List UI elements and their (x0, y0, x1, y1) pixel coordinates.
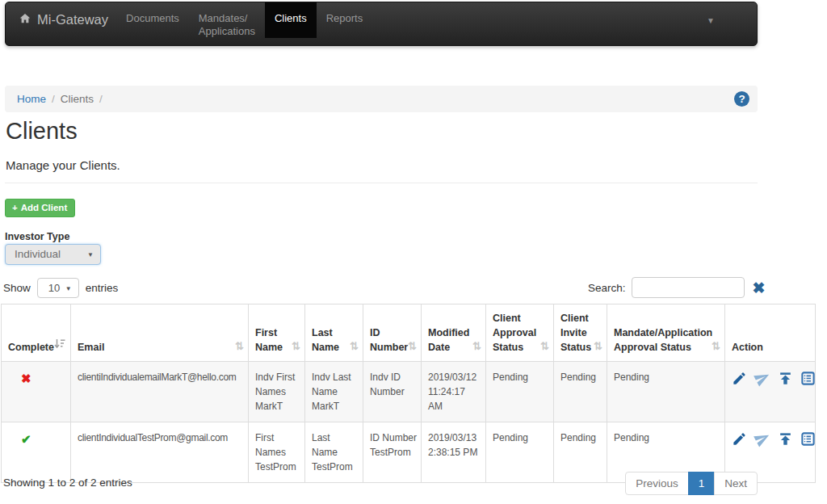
id-number-cell: ID Number TestProm (363, 422, 422, 483)
last-name-cell: Last Name TestProm (305, 422, 363, 483)
email-cell: clientiIndividualemailMarkT@hello.com (71, 362, 249, 422)
pagination-previous-button[interactable]: Previous (625, 472, 689, 495)
edit-pencil-icon[interactable] (732, 431, 747, 447)
entries-length-select[interactable]: 10 ▼ (37, 278, 79, 298)
chevron-down-icon: ▼ (87, 251, 94, 258)
modified-date-cell: 2019/03/12 11:24:17 AM (422, 362, 486, 422)
add-client-button[interactable]: +Add Client (5, 199, 75, 217)
user-menu-caret-icon[interactable]: ▼ (707, 16, 715, 25)
edit-pencil-icon[interactable] (732, 371, 747, 386)
client-invite-status-cell: Pending (554, 422, 607, 483)
nav-menu: Documents Mandates/ Applications Clients… (116, 2, 372, 38)
entries-label: entries (86, 282, 119, 294)
divider (5, 183, 758, 183)
search-label: Search: (588, 282, 626, 294)
entries-length-value: 10 (38, 282, 60, 294)
pagination: Previous 1 Next (626, 472, 758, 495)
column-header-last-name[interactable]: Last Name ⇅ (305, 304, 363, 362)
pagination-next-button[interactable]: Next (714, 472, 758, 495)
column-header-mandate-application-approval-status[interactable]: Mandate/Application Approval Status ⇅ (607, 304, 725, 362)
page-title: Clients (6, 118, 78, 145)
incomplete-x-icon: ✖ (21, 372, 31, 385)
sort-asc-icon (54, 338, 65, 353)
column-header-first-name[interactable]: First Name ⇅ (249, 304, 305, 362)
column-header-client-invite-status[interactable]: Client Invite Status ⇅ (554, 304, 607, 362)
column-header-complete[interactable]: Complete (2, 304, 71, 362)
add-client-label: Add Client (21, 203, 68, 212)
column-header-id-number[interactable]: ID Number ⇅ (363, 304, 422, 362)
details-list-icon[interactable] (800, 431, 816, 447)
showing-entries-info: Showing 1 to 2 of 2 entries (3, 477, 132, 489)
last-name-cell: Indv Last Name MarkT (305, 362, 363, 422)
client-approval-status-cell: Pending (486, 422, 554, 483)
investor-type-select[interactable]: Individual ▼ (5, 244, 101, 265)
entries-length-control: Show 10 ▼ entries (3, 278, 118, 298)
sort-icon: ⇅ (594, 339, 602, 355)
brand-label: Mi-Gateway (37, 12, 108, 27)
table-header-row: Complete Email ⇅ First Name ⇅ Last Name … (2, 304, 816, 362)
sort-icon: ⇅ (712, 339, 720, 355)
nav-item-mandates-applications[interactable]: Mandates/ Applications (189, 2, 265, 38)
breadcrumb-trailing-separator: / (99, 93, 103, 105)
clients-table: Complete Email ⇅ First Name ⇅ Last Name … (1, 304, 816, 483)
sort-icon: ⇅ (472, 339, 481, 355)
pagination-page-1-button[interactable]: 1 (688, 472, 716, 495)
action-cell (725, 362, 816, 422)
top-navbar: Mi-Gateway Documents Mandates/ Applicati… (5, 2, 758, 46)
search-control: Search: ✖ (588, 277, 765, 298)
search-input[interactable] (632, 277, 745, 298)
breadcrumb-separator: / (52, 93, 55, 105)
complete-check-icon: ✔ (21, 432, 31, 446)
breadcrumb-current: Clients (61, 93, 94, 105)
upload-icon[interactable] (778, 431, 793, 447)
column-header-client-approval-status[interactable]: Client Approval Status ⇅ (486, 304, 554, 362)
client-approval-status-cell: Pending (486, 362, 554, 422)
clear-search-icon[interactable]: ✖ (753, 280, 766, 296)
show-label: Show (3, 282, 31, 294)
modified-date-cell: 2019/03/13 2:38:15 PM (422, 422, 486, 483)
nav-item-documents[interactable]: Documents (116, 2, 189, 38)
help-icon[interactable]: ? (734, 91, 749, 107)
sort-icon: ⇅ (350, 339, 359, 355)
investor-type-value: Individual (6, 248, 61, 260)
mandate-approval-status-cell: Pending (607, 362, 725, 422)
upload-icon[interactable] (778, 371, 793, 386)
table-row: ✖ clientiIndividualemailMarkT@hello.com … (2, 362, 816, 422)
send-plane-icon[interactable] (754, 430, 770, 447)
breadcrumb: Home / Clients / ? (5, 86, 758, 112)
column-header-email[interactable]: Email ⇅ (71, 304, 249, 362)
first-name-cell: First Names TestProm (249, 422, 305, 483)
brand[interactable]: Mi-Gateway (6, 2, 116, 27)
sort-icon: ⇅ (540, 339, 549, 355)
plus-icon: + (12, 203, 18, 212)
client-invite-status-cell: Pending (554, 362, 607, 422)
details-list-icon[interactable] (800, 371, 816, 386)
chevron-down-icon: ▼ (65, 284, 72, 292)
id-number-cell: Indv ID Number (363, 362, 422, 422)
first-name-cell: Indv First Names MarkT (249, 362, 305, 422)
nav-item-reports[interactable]: Reports (317, 2, 373, 38)
nav-item-clients[interactable]: Clients (265, 2, 317, 38)
home-icon (19, 12, 31, 27)
investor-type-label: Investor Type (5, 231, 69, 242)
sort-icon: ⇅ (292, 339, 300, 355)
column-header-modified-date[interactable]: Modified Date ⇅ (422, 304, 486, 362)
column-header-action: Action (725, 304, 816, 362)
sort-icon: ⇅ (235, 339, 244, 355)
sort-icon: ⇅ (408, 339, 417, 355)
page-subtitle: Manage your Clients. (6, 158, 120, 172)
email-cell: clientIndividualTestProm@gmail.com (71, 422, 249, 483)
send-plane-icon[interactable] (754, 370, 770, 386)
breadcrumb-home-link[interactable]: Home (17, 93, 46, 105)
